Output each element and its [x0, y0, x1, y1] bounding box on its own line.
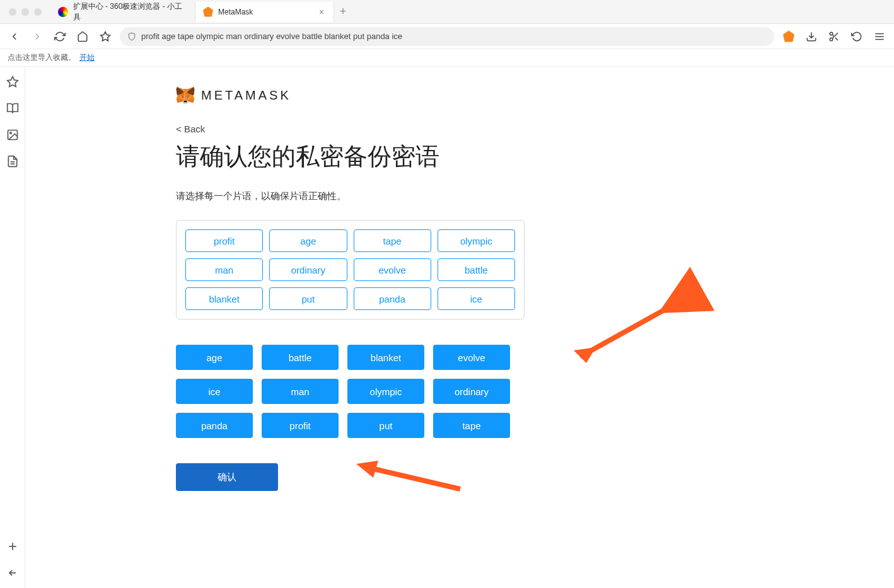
maximize-window-button[interactable]	[34, 8, 42, 16]
window-title-bar: 扩展中心 - 360极速浏览器 - 小工具 MetaMask × +	[0, 0, 894, 24]
forward-button[interactable]	[29, 28, 45, 45]
close-window-button[interactable]	[9, 8, 16, 16]
favorites-button[interactable]	[97, 28, 113, 45]
back-link[interactable]: < Back	[176, 124, 743, 134]
favicon-metamask-icon	[203, 7, 213, 17]
selected-word-chip[interactable]: evolve	[354, 258, 431, 281]
bookmarks-bar: 点击这里导入收藏。 开始	[0, 49, 894, 67]
selected-words-box: profitagetapeolympicmanordinaryevolvebat…	[176, 220, 525, 320]
menu-button[interactable]	[871, 28, 888, 45]
tab-label: 扩展中心 - 360极速浏览器 - 小工具	[73, 1, 187, 23]
page-content: METAMASK < Back 请确认您的私密备份密语 请选择每一个片语，以确保…	[25, 67, 894, 588]
book-icon[interactable]	[6, 102, 19, 115]
svg-marker-0	[101, 32, 110, 40]
tab-strip: 扩展中心 - 360极速浏览器 - 小工具 MetaMask × +	[50, 2, 894, 22]
selected-word-chip[interactable]: battle	[438, 258, 515, 281]
tab-metamask[interactable]: MetaMask ×	[195, 2, 334, 22]
favicon-360-icon	[58, 7, 68, 17]
available-word-chip[interactable]: man	[262, 379, 339, 404]
reload-button[interactable]	[52, 28, 68, 45]
traffic-lights	[0, 8, 50, 16]
plus-icon[interactable]	[6, 540, 19, 553]
svg-line-5	[832, 35, 834, 37]
available-word-chip[interactable]: ice	[176, 379, 253, 404]
new-tab-button[interactable]: +	[334, 5, 352, 18]
metamask-logo: METAMASK	[176, 86, 743, 105]
star-icon[interactable]	[6, 76, 19, 88]
available-word-chip[interactable]: olympic	[347, 379, 424, 404]
fox-icon	[176, 86, 195, 105]
selected-word-chip[interactable]: put	[269, 287, 347, 310]
bookmarks-start-link[interactable]: 开始	[79, 52, 95, 63]
svg-point-11	[9, 132, 11, 134]
svg-point-2	[830, 38, 833, 41]
home-button[interactable]	[74, 28, 91, 45]
bookmarks-hint-text: 点击这里导入收藏。	[8, 52, 76, 63]
undo-button[interactable]	[849, 28, 865, 45]
selected-word-chip[interactable]: ordinary	[269, 258, 347, 281]
file-icon[interactable]	[6, 155, 19, 168]
address-bar[interactable]: profit age tape olympic man ordinary evo…	[120, 27, 774, 46]
tab-extension-center[interactable]: 扩展中心 - 360极速浏览器 - 小工具	[50, 2, 195, 22]
page-title: 请确认您的私密备份密语	[176, 141, 743, 173]
selected-word-chip[interactable]: panda	[354, 287, 431, 310]
image-icon[interactable]	[6, 129, 19, 141]
available-word-chip[interactable]: battle	[262, 345, 339, 370]
scissors-button[interactable]	[826, 28, 842, 45]
download-button[interactable]	[803, 28, 820, 45]
svg-point-1	[830, 32, 833, 35]
selected-word-chip[interactable]: tape	[354, 229, 431, 252]
confirm-button[interactable]: 确认	[176, 463, 278, 491]
selected-word-chip[interactable]: age	[269, 229, 347, 252]
left-sidebar	[0, 67, 25, 588]
available-word-chip[interactable]: evolve	[433, 345, 510, 370]
shield-icon	[127, 32, 136, 41]
page-subtitle: 请选择每一个片语，以确保片语正确性。	[176, 190, 743, 202]
selected-word-chip[interactable]: blanket	[185, 287, 263, 310]
available-word-chip[interactable]: age	[176, 345, 253, 370]
metamask-extension-button[interactable]	[781, 28, 797, 45]
available-word-chip[interactable]: profit	[262, 413, 339, 438]
selected-word-chip[interactable]: profit	[185, 229, 263, 252]
address-text: profit age tape olympic man ordinary evo…	[141, 32, 402, 41]
available-word-chip[interactable]: put	[347, 413, 424, 438]
collapse-icon[interactable]	[6, 567, 19, 579]
browser-toolbar: profit age tape olympic man ordinary evo…	[0, 24, 894, 49]
available-word-chip[interactable]: tape	[433, 413, 510, 438]
selected-word-chip[interactable]: ice	[438, 287, 515, 310]
minimize-window-button[interactable]	[21, 8, 29, 16]
available-words-grid: agebattleblanketevolveicemanolympicordin…	[176, 345, 510, 438]
close-tab-icon[interactable]: ×	[317, 8, 326, 16]
svg-line-4	[835, 37, 838, 40]
available-word-chip[interactable]: ordinary	[433, 379, 510, 404]
available-word-chip[interactable]: panda	[176, 413, 253, 438]
logo-text: METAMASK	[201, 88, 291, 103]
tab-label: MetaMask	[218, 8, 310, 16]
selected-word-chip[interactable]: olympic	[438, 229, 515, 252]
available-word-chip[interactable]: blanket	[347, 345, 424, 370]
selected-word-chip[interactable]: man	[185, 258, 263, 281]
svg-marker-9	[7, 77, 18, 87]
back-button[interactable]	[6, 28, 23, 45]
